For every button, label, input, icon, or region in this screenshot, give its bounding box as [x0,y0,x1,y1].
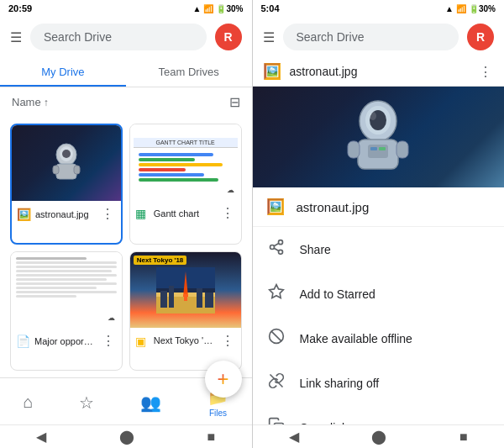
menu-item-starred[interactable]: Add to Starred [253,271,505,316]
back-button-right[interactable]: ◀ [289,429,299,445]
file-header-right: 🖼️ astronaut.jpg ⋮ [253,57,505,87]
astronaut-bg [253,87,505,187]
file-thumbnail-gantt: GANTT CHART TITLE ☁ [130,124,241,200]
avatar-left[interactable]: R [215,24,242,50]
search-input-right[interactable]: Search Drive [283,24,459,50]
more-menu-tokyo[interactable]: ⋮ [219,333,236,349]
file-name-doc: Major opportunity ... [34,336,95,346]
menu-file-icon: 🖼️ [266,198,285,216]
name-sort[interactable]: Name ↑ [12,96,49,108]
nav-starred[interactable]: ☆ [72,391,101,414]
list-view-icon[interactable]: ⊟ [229,94,240,110]
file-card-gantt[interactable]: GANTT CHART TITLE ☁ ▦ Gantt chart ⋮ [129,124,242,245]
file-card-doc[interactable]: ☁ 📄 Major opportunity ... ⋮ [10,251,123,371]
svg-rect-25 [379,147,386,150]
file-card-tokyo[interactable]: Next Tokyo '18 ▣ Next Tokyo '18 提案 | Co.… [129,251,242,371]
status-bar-left: 20:59 ▲ 📶 🔋30% [0,0,252,17]
svg-rect-5 [74,166,80,174]
astronaut-preview-icon [344,98,412,177]
nav-home[interactable]: ⌂ [16,391,39,414]
offline-icon [266,328,286,349]
sort-bar: Name ↑ ⊟ [0,87,252,117]
left-panel: 20:59 ▲ 📶 🔋30% ☰ Search Drive R My Drive… [0,0,252,448]
home-button-right[interactable]: ⬤ [371,429,386,445]
astronaut-thumb-icon [50,142,83,184]
file-info-tokyo: ▣ Next Tokyo '18 提案 | Co... ⋮ [130,328,241,354]
search-placeholder-right: Search Drive [297,30,365,44]
avatar-right[interactable]: R [467,24,494,50]
file-type-icon-astronaut: 🖼️ [17,208,30,221]
svg-point-3 [62,150,71,158]
svg-point-27 [270,245,274,250]
context-menu: 🖼️ astronaut.jpg Share Add to Starred [253,187,505,424]
menu-item-starred-label: Add to Starred [300,287,375,301]
file-info-doc: 📄 Major opportunity ... ⋮ [11,328,122,354]
hamburger-icon-right[interactable]: ☰ [263,29,275,45]
recents-button-right[interactable]: ■ [459,430,468,445]
more-menu-doc[interactable]: ⋮ [100,333,117,349]
svg-rect-13 [169,286,174,308]
svg-line-30 [274,243,279,245]
link-sharing-icon [266,372,286,393]
hamburger-icon[interactable]: ☰ [10,29,22,45]
menu-file-item: 🖼️ astronaut.jpg [253,187,505,227]
share-icon [266,239,286,260]
file-name-gantt: Gantt chart [154,208,214,219]
search-input-left[interactable]: Search Drive [30,24,207,50]
menu-item-share[interactable]: Share [253,227,505,271]
menu-item-offline[interactable]: Make available offline [253,316,505,361]
svg-point-26 [278,240,282,245]
system-bar-left: ◀ ⬤ ■ [0,424,252,448]
file-info-astronaut: 🖼️ astronaut.jpg ⋮ [12,201,121,227]
search-placeholder-left: Search Drive [44,30,112,44]
more-menu-gantt[interactable]: ⋮ [219,205,236,221]
file-icon-header: 🖼️ [263,62,281,81]
search-bar-left: ☰ Search Drive R [0,17,252,57]
cloud-icon-gantt: ☁ [224,183,238,197]
svg-rect-22 [396,141,408,158]
time-right: 5:04 [261,3,280,13]
svg-rect-15 [205,293,213,308]
menu-item-link-sharing[interactable]: Link sharing off [253,361,505,405]
svg-rect-11 [184,294,187,301]
right-panel: 5:04 ▲ 📶 🔋30% ☰ Search Drive R 🖼️ astron… [253,0,505,448]
tab-my-drive[interactable]: My Drive [0,57,126,87]
menu-file-name: astronaut.jpg [297,200,370,214]
home-icon: ⌂ [23,393,33,412]
back-button-left[interactable]: ◀ [36,429,46,445]
people-icon: 👥 [140,393,161,413]
file-thumbnail-astronaut [12,125,121,201]
svg-point-28 [278,250,282,254]
fab-plus-icon: + [217,367,228,391]
svg-line-29 [274,248,279,250]
status-bar-right: 5:04 ▲ 📶 🔋30% [253,0,505,17]
nav-shared[interactable]: 👥 [134,391,168,414]
svg-line-33 [271,331,281,341]
nav-files-label: Files [209,408,227,418]
svg-rect-4 [53,166,59,174]
menu-item-copy-link[interactable]: Copy link [253,405,505,424]
recents-button-left[interactable]: ■ [207,430,216,445]
file-name-astronaut: astronaut.jpg [35,209,94,219]
home-button-left[interactable]: ⬤ [119,429,134,445]
sort-arrow-icon: ↑ [44,97,49,108]
status-icons-left: ▲ 📶 🔋30% [193,4,244,13]
file-card-astronaut[interactable]: 🖼️ astronaut.jpg ⋮ [10,124,123,245]
status-icons-right: ▲ 📶 🔋30% [445,4,496,13]
menu-item-share-label: Share [300,243,331,256]
svg-rect-12 [160,291,167,308]
files-grid: 🖼️ astronaut.jpg ⋮ GANTT CHART TITLE [0,117,252,377]
more-btn-header[interactable]: ⋮ [477,64,494,80]
tab-team-drives[interactable]: Team Drives [126,57,252,87]
file-info-gantt: ▦ Gantt chart ⋮ [130,200,241,226]
svg-rect-21 [348,141,360,158]
system-bar-right: ◀ ⬤ ■ [253,424,505,448]
file-name-tokyo: Next Tokyo '18 提案 | Co... [154,335,214,347]
cloud-icon-doc: ☁ [105,311,118,324]
more-menu-astronaut[interactable]: ⋮ [99,206,116,222]
menu-item-offline-label: Make available offline [300,332,412,345]
file-header-name: astronaut.jpg [290,65,470,78]
file-thumbnail-doc: ☁ [11,252,122,328]
svg-rect-1 [56,164,76,179]
fab-add[interactable]: + [205,361,242,398]
